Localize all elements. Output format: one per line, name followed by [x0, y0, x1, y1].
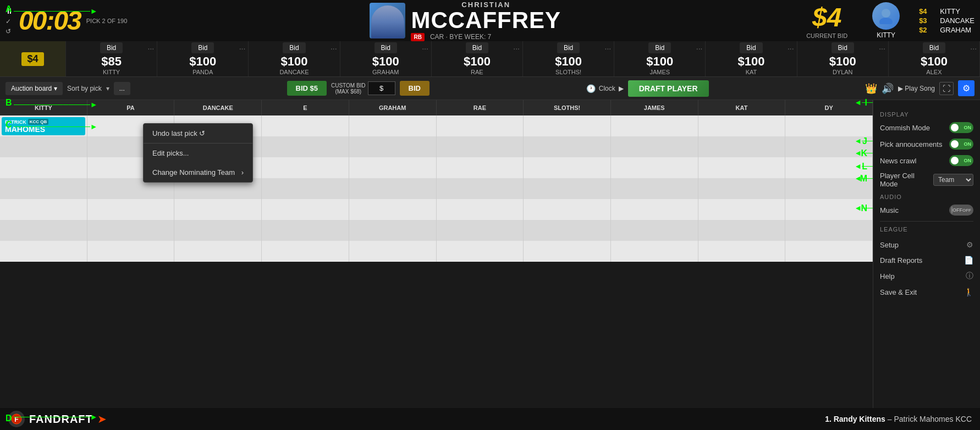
top-bid-1-amount: $4 — [919, 7, 935, 15]
edit-picks-item[interactable]: Edit picks... — [144, 144, 252, 163]
bid-amount-graham: $100 — [372, 54, 399, 69]
custom-bid-input[interactable] — [368, 81, 395, 95]
music-toggle[interactable]: OFF — [949, 205, 973, 216]
setup-link[interactable]: Setup ⚙ — [880, 237, 973, 252]
change-nominating-arrow: › — [241, 168, 244, 177]
volume-icon-btn[interactable]: 🔊 — [882, 82, 894, 95]
bid-more-kat[interactable]: ··· — [788, 44, 794, 53]
dropdown-menu: Undo last pick ↺ Edit picks... Change No… — [143, 123, 253, 183]
grid-cell-7-7 — [524, 241, 611, 262]
main-area: KITTY PA DANCAKE E GRAHAM RAE SLOTHS! JA… — [0, 100, 980, 408]
bid-more-rae[interactable]: ··· — [513, 44, 520, 53]
commish-mode-toggle[interactable]: ON — [949, 122, 973, 133]
player-card-last: MAHOMES — [5, 125, 48, 134]
bid-button-panda[interactable]: Bid — [191, 42, 214, 53]
bid-team-dylan: DYLAN — [833, 69, 853, 75]
save-exit-link[interactable]: Save & Exit 🚶 — [880, 284, 973, 300]
bid-more-alex[interactable]: ··· — [970, 44, 977, 53]
change-nominating-item[interactable]: Change Nominating Team › — [144, 163, 252, 182]
bid-more-panda[interactable]: ··· — [239, 44, 246, 53]
grid-cell-5-6 — [437, 199, 524, 220]
draft-player-button[interactable]: DRAFT PLAYER — [628, 80, 709, 97]
bid-button-rae[interactable]: Bid — [466, 42, 488, 53]
help-icon: ⓘ — [966, 271, 973, 281]
grid-cell-7-1 — [0, 241, 87, 262]
bid-amount-james: $100 — [646, 54, 673, 69]
draft-reports-link[interactable]: Draft Reports 📄 — [880, 252, 973, 268]
pick-announcements-toggle[interactable]: ON — [949, 139, 973, 150]
player-cell-mode-select[interactable]: Team Position Name — [933, 174, 973, 186]
grid-cell-4-6 — [437, 178, 524, 199]
help-link[interactable]: Help ⓘ — [880, 268, 973, 284]
bid-button-kitty[interactable]: Bid — [100, 42, 123, 53]
settings-button[interactable]: ⚙ — [958, 80, 975, 96]
bid-more-james[interactable]: ··· — [696, 44, 703, 53]
player-team: CAR · BYE WEEK: 7 — [430, 33, 491, 41]
bid-button-dancake[interactable]: Bid — [283, 42, 305, 53]
grid-cell-5-8 — [611, 199, 698, 220]
bid-button-dylan[interactable]: Bid — [832, 42, 854, 53]
bid-more-dylan[interactable]: ··· — [879, 44, 885, 53]
grid-cell-4-5 — [349, 178, 437, 199]
grid-row-7 — [0, 241, 873, 262]
bid-button-sloths[interactable]: Bid — [557, 42, 580, 53]
bid-cell-kitty: Bid $85 KITTY ··· — [66, 41, 157, 76]
crown-icon-btn[interactable]: 👑 — [865, 82, 877, 95]
player-card-first: PATRICK — [5, 119, 26, 125]
commish-mode-label: Commish Mode — [880, 124, 930, 132]
player-badge: RB — [411, 33, 424, 41]
news-crawl-toggle[interactable]: ON — [949, 155, 973, 166]
bid-more-graham[interactable]: ··· — [422, 44, 428, 53]
grid-cell-1-10 — [785, 115, 873, 136]
bid-orange-button[interactable]: BID — [400, 81, 430, 96]
auction-board-btn[interactable]: Auction board ▾ — [5, 82, 63, 95]
bid-button-kat[interactable]: Bid — [740, 42, 762, 53]
grid-cell-5-10 — [785, 199, 873, 220]
play-song-button[interactable]: ▶ Play Song — [898, 85, 935, 92]
grid-cell-1-9 — [698, 115, 786, 136]
bid-more-kitty[interactable]: ··· — [148, 44, 155, 53]
grid-cell-1-1: PATRICK KCC QB MAHOMES — [0, 115, 87, 136]
bid-button-alex[interactable]: Bid — [923, 42, 945, 53]
current-bid-section: $4 CURRENT BID — [806, 2, 847, 39]
grid-cell-4-10 — [785, 178, 873, 199]
fandraft-logo: F FANDRAFT ➤ — [8, 411, 107, 427]
bid-button-graham[interactable]: Bid — [375, 42, 397, 53]
settings-panel: DISPLAY Commish Mode ON Pick annoucement… — [873, 100, 980, 408]
grid-cell-7-2 — [87, 241, 175, 262]
bid-team-kat: KAT — [746, 69, 757, 75]
clock-section: 🕐 Clock ▶ — [586, 84, 624, 93]
bottom-status-suffix: – Patrick Mahomes KCC — [888, 415, 972, 423]
grid-cell-6-4 — [262, 220, 349, 241]
undo-last-pick-item[interactable]: Undo last pick ↺ — [144, 124, 252, 143]
bid-cell-alex: Bid $100 ALEX ··· — [889, 41, 980, 76]
header-bar: ⏸ ✓ ↺ 00:03 PICK 2 OF 190 CHRISTIAN McCA… — [0, 0, 980, 41]
team-header-james: JAMES — [611, 100, 698, 115]
bid-more-dancake[interactable]: ··· — [331, 44, 337, 53]
bid-amount-alex: $100 — [921, 54, 948, 69]
grid-cell-2-8 — [611, 136, 698, 157]
bid-cell-dylan: Bid $100 DYLAN ··· — [797, 41, 889, 76]
bid-team-james: JAMES — [649, 69, 670, 75]
team-header-graham: GRAHAM — [349, 100, 437, 115]
change-nominating-label: Change Nominating Team — [152, 168, 235, 177]
grid-row-4 — [0, 178, 873, 199]
svg-point-1 — [879, 18, 893, 24]
sort-chevron: ▾ — [106, 85, 109, 92]
fullscreen-button[interactable]: ⛶ — [939, 82, 954, 95]
bidder-section: KITTY — [864, 2, 908, 39]
bid-cell-dancake: Bid $100 DANCAKE ··· — [249, 41, 340, 76]
bid5-button[interactable]: BID $5 — [287, 81, 327, 96]
display-section-label: DISPLAY — [880, 111, 973, 118]
top-bid-2: $3 DANCAKE — [919, 16, 975, 25]
grid-row-6 — [0, 220, 873, 241]
bid-more-sloths[interactable]: ··· — [605, 44, 612, 53]
bid-team-sloths: SLOTHS! — [555, 69, 581, 75]
more-options-btn[interactable]: ... — [114, 82, 130, 95]
pause-button[interactable]: ⏸ — [5, 7, 13, 15]
header-controls: ⏸ ✓ ↺ — [5, 7, 13, 35]
auction-board-label: Auction board — [11, 85, 52, 92]
sort-label: Sort by pick — [67, 85, 102, 92]
grid-row-5 — [0, 199, 873, 220]
bid-button-james[interactable]: Bid — [648, 42, 671, 53]
